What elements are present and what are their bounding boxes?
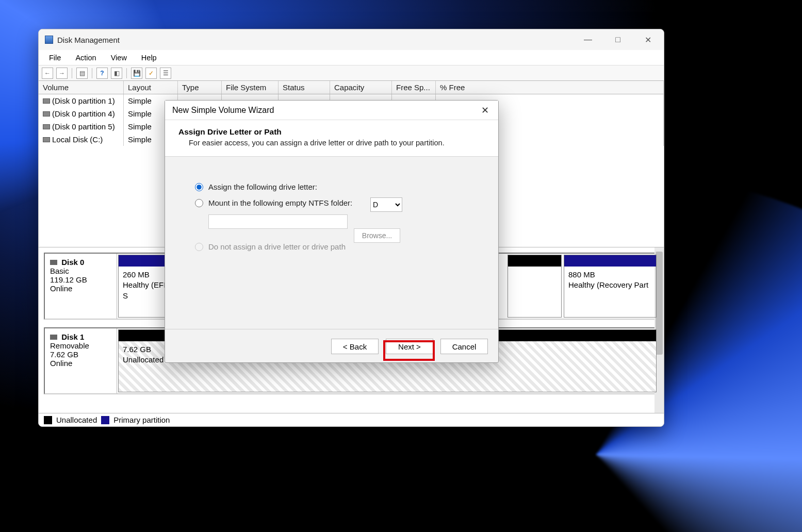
new-simple-volume-wizard: New Simple Volume Wizard ✕ Assign Drive … [165, 100, 499, 363]
menu-help[interactable]: Help [136, 53, 162, 63]
minimize-button[interactable]: — [573, 29, 603, 50]
menu-action[interactable]: Action [70, 53, 101, 63]
menu-view[interactable]: View [106, 53, 132, 63]
toolbar-help-icon[interactable]: ? [96, 68, 108, 79]
dialog-close-button[interactable]: ✕ [474, 102, 495, 119]
forward-icon[interactable]: → [56, 68, 68, 79]
volume-icon [43, 124, 50, 129]
legend-primary-swatch [101, 416, 109, 424]
back-button[interactable]: < Back [331, 339, 379, 354]
legend-unallocated-swatch [44, 416, 52, 424]
col-status: Status [279, 81, 330, 94]
volume-icon [43, 111, 50, 117]
dialog-title: New Simple Volume Wizard [172, 106, 274, 115]
disk-management-icon [45, 36, 53, 44]
legend: Unallocated Primary partition [39, 413, 664, 426]
partition[interactable]: 880 MBHealthy (Recovery Part [564, 255, 657, 318]
radio-mount-folder[interactable] [195, 199, 203, 207]
radio-no-letter [195, 243, 203, 251]
toolbar-properties-icon[interactable]: ▤ [76, 68, 88, 79]
ntfs-folder-input[interactable] [208, 214, 348, 229]
toolbar-check-icon[interactable]: ✓ [145, 68, 157, 79]
toolbar-settings-icon[interactable]: ☰ [160, 68, 171, 79]
column-headers[interactable]: Volume Layout Type File System Status Ca… [39, 81, 664, 94]
toolbar-action-icon[interactable]: 💾 [131, 68, 142, 79]
maximize-button[interactable]: □ [603, 29, 633, 50]
option-no-letter: Do not assign a drive letter or drive pa… [195, 242, 472, 251]
drive-letter-select[interactable]: D [370, 197, 402, 212]
option-mount-folder[interactable]: Mount in the following empty NTFS folder… [195, 198, 472, 207]
partition[interactable] [508, 255, 562, 318]
close-button[interactable]: ✕ [633, 29, 663, 50]
titlebar: Disk Management — □ ✕ [39, 29, 664, 50]
menu-file[interactable]: File [44, 53, 66, 63]
browse-button[interactable]: Browse... [354, 228, 400, 243]
window-title: Disk Management [57, 36, 120, 44]
dialog-subtitle: For easier access, you can assign a driv… [178, 139, 485, 147]
col-pctfree: % Free [436, 81, 664, 94]
col-type: Type [178, 81, 222, 94]
col-capacity: Capacity [330, 81, 392, 94]
dialog-heading: Assign Drive Letter or Path [178, 127, 485, 137]
menubar: File Action View Help [39, 50, 664, 65]
toolbar: ← → ▤ ? ◧ 💾 ✓ ☰ [39, 65, 664, 81]
next-button[interactable]: Next > [386, 339, 433, 354]
cancel-button[interactable]: Cancel [440, 339, 488, 354]
disk-icon [50, 260, 57, 265]
col-layout: Layout [124, 81, 178, 94]
toolbar-view-icon[interactable]: ◧ [111, 68, 122, 79]
radio-assign-letter[interactable] [195, 183, 203, 191]
volume-icon [43, 137, 50, 142]
drive-letter-select-wrap: D [370, 197, 402, 212]
col-volume: Volume [39, 81, 124, 94]
volume-icon [43, 98, 50, 104]
back-icon[interactable]: ← [42, 68, 53, 79]
col-fs: File System [222, 81, 279, 94]
disk-icon [50, 335, 57, 340]
col-free: Free Sp... [392, 81, 436, 94]
option-assign-letter[interactable]: Assign the following drive letter: [195, 182, 472, 191]
